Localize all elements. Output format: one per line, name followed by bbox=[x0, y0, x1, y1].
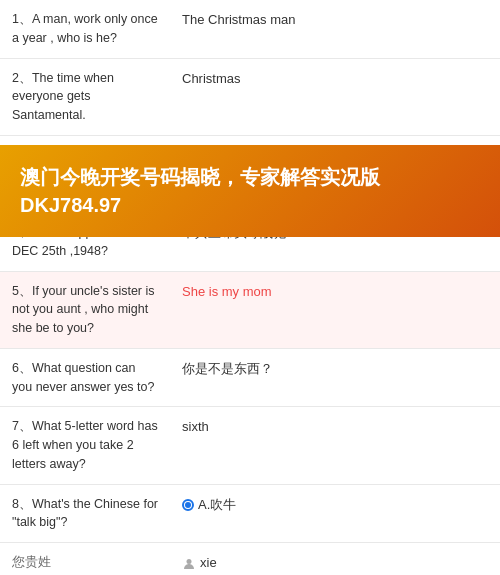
svg-point-0 bbox=[187, 559, 192, 564]
user-value-0: xie bbox=[170, 543, 500, 576]
question-text-5: 5、If your uncle's sister is not you aunt… bbox=[0, 271, 170, 348]
value-text-0: xie bbox=[200, 555, 217, 570]
answer-text-5: She is my mom bbox=[170, 271, 500, 348]
answer-text-1: The Christmas man bbox=[170, 0, 500, 58]
answer-text-2: Christmas bbox=[170, 58, 500, 135]
radio-icon-8 bbox=[182, 499, 194, 511]
answer-text-8: A.吹牛 bbox=[170, 484, 500, 543]
quiz-row-7: 7、What 5-letter word has 6 left when you… bbox=[0, 407, 500, 484]
person-icon bbox=[182, 557, 196, 571]
answer-text-6: 你是不是东西？ bbox=[170, 348, 500, 407]
user-label-0: 您贵姓 bbox=[0, 543, 170, 576]
quiz-table: 1、A man, work only once a year , who is … bbox=[0, 0, 500, 575]
question-text-6: 6、What question can you never answer yes… bbox=[0, 348, 170, 407]
quiz-row-6: 6、What question can you never answer yes… bbox=[0, 348, 500, 407]
quiz-row-5: 5、If your uncle's sister is not you aunt… bbox=[0, 271, 500, 348]
question-text-2: 2、The time when everyone gets Santamenta… bbox=[0, 58, 170, 135]
question-text-1: 1、A man, work only once a year , who is … bbox=[0, 0, 170, 58]
quiz-row-8: 8、What's the Chinese for "talk big"?A.吹牛 bbox=[0, 484, 500, 543]
overlay-banner[interactable]: 澳门今晚开奖号码揭晓，专家解答实况版DKJ784.97 bbox=[0, 145, 500, 237]
user-info-row-0: 您贵姓xie bbox=[0, 543, 500, 576]
answer-text-7: sixth bbox=[170, 407, 500, 484]
question-text-8: 8、What's the Chinese for "talk big"? bbox=[0, 484, 170, 543]
quiz-row-2: 2、The time when everyone gets Santamenta… bbox=[0, 58, 500, 135]
question-text-7: 7、What 5-letter word has 6 left when you… bbox=[0, 407, 170, 484]
quiz-row-1: 1、A man, work only once a year , who is … bbox=[0, 0, 500, 58]
